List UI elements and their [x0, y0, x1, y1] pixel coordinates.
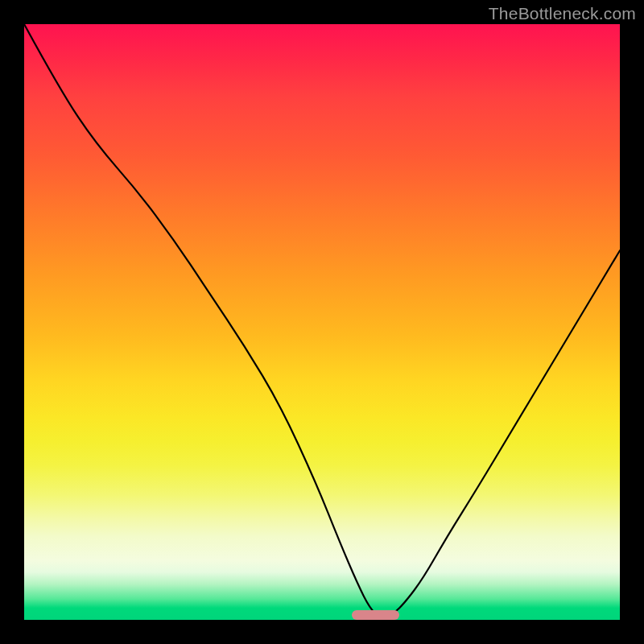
watermark-text: TheBottleneck.com — [489, 4, 636, 23]
chart-frame: TheBottleneck.com — [0, 0, 644, 644]
curve-path — [24, 24, 620, 618]
plot-area — [24, 24, 620, 620]
sweetspot-marker — [352, 610, 399, 620]
bottleneck-curve — [24, 24, 620, 620]
